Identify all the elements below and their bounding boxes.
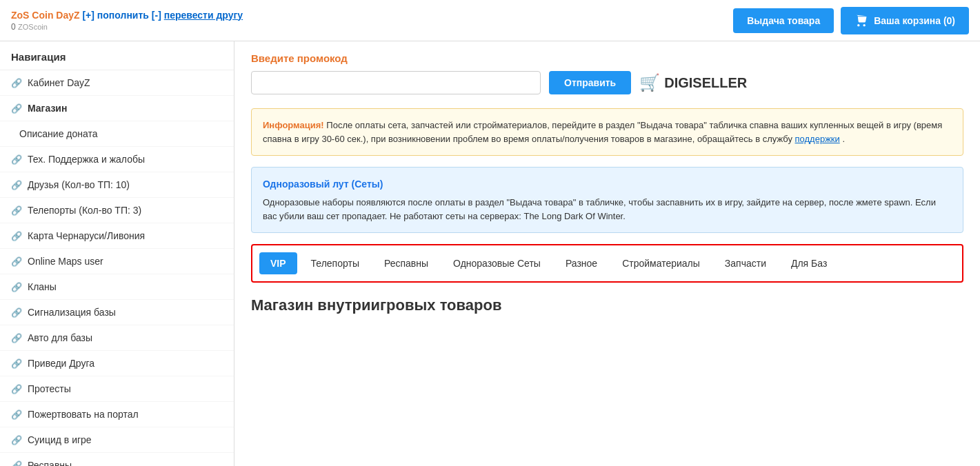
sidebar-item-label: Авто для базы <box>28 332 92 343</box>
sidebar-item-magazin[interactable]: Магазин <box>0 96 234 121</box>
zos-coin-line: ZoS Coin DayZ [+] пополнить [-] перевест… <box>11 10 243 21</box>
plus-label[interactable]: [+] <box>82 10 94 21</box>
sidebar-item-pozhertvovat[interactable]: Пожертвовать на портал <box>0 402 234 427</box>
sidebar-item-map[interactable]: Карта Чернаруси/Ливония <box>0 223 234 249</box>
sidebar-item-opisanie[interactable]: Описание доната <box>0 121 234 147</box>
main-content: Введите промокод Отправить 🛒 DIGISELLER … <box>234 41 980 466</box>
sidebar-item-avto[interactable]: Авто для базы <box>0 325 234 351</box>
sidebar-item-support[interactable]: Тех. Поддержка и жалобы <box>0 147 234 172</box>
sidebar-item-label: Респавны <box>28 460 72 466</box>
tab-vip[interactable]: VIP <box>259 252 297 274</box>
tab-raznoe[interactable]: Разное <box>554 252 608 274</box>
link-icon <box>11 77 22 88</box>
loot-desc: Одноразовые наборы появляются после опла… <box>263 196 952 223</box>
sidebar-item-friends[interactable]: Друзья (Кол-во ТП: 10) <box>0 172 234 198</box>
sidebar-item-privedi[interactable]: Приведи Друга <box>0 351 234 376</box>
minus-label[interactable]: [-] <box>152 10 161 21</box>
top-bar-left: ZoS Coin DayZ [+] пополнить [-] перевест… <box>11 10 243 32</box>
promo-input[interactable] <box>251 71 541 94</box>
link-icon <box>11 179 22 190</box>
info-text: После оплаты сета, запчастей или стройма… <box>263 120 942 144</box>
send-button[interactable]: Отправить <box>549 71 631 94</box>
tab-odnorazovye[interactable]: Одноразовые Сеты <box>442 252 552 274</box>
cart-icon <box>854 14 868 28</box>
sidebar-item-teleports[interactable]: Телепорты (Кол-во ТП: 3) <box>0 198 234 223</box>
link-icon <box>11 205 22 216</box>
sidebar-item-kabinet[interactable]: Кабинет DayZ <box>0 70 234 96</box>
info-box: Информация! После оплаты сета, запчастей… <box>251 108 963 156</box>
link-icon <box>11 154 22 165</box>
promo-section: Введите промокод Отправить 🛒 DIGISELLER <box>251 52 963 94</box>
topup-link[interactable]: пополнить <box>97 10 149 21</box>
digiseller-logo: 🛒 DIGISELLER <box>639 73 747 92</box>
sidebar-item-respavny[interactable]: Респавны <box>0 453 234 466</box>
main-layout: Навигация Кабинет DayZ Магазин Описание … <box>0 41 980 466</box>
digiseller-icon: 🛒 <box>639 73 660 92</box>
promo-label: Введите промокод <box>251 52 963 64</box>
sidebar-item-label: Телепорты (Кол-во ТП: 3) <box>28 205 141 216</box>
sidebar-item-label: Сигнализация базы <box>28 307 116 318</box>
link-icon <box>11 409 22 420</box>
link-icon <box>11 256 22 267</box>
sidebar-item-online-maps[interactable]: Online Maps user <box>0 249 234 274</box>
promo-row: Отправить 🛒 DIGISELLER <box>251 71 963 94</box>
korzina-label: Ваша корзина (0) <box>874 15 955 26</box>
sidebar-item-label: Пожертвовать на портал <box>28 409 139 420</box>
sidebar-item-protesty[interactable]: Протесты <box>0 376 234 402</box>
sidebar-item-signalizaciya[interactable]: Сигнализация базы <box>0 300 234 325</box>
sidebar-item-label: Online Maps user <box>28 256 103 267</box>
info-label: Информация! <box>263 120 324 130</box>
link-icon <box>11 434 22 445</box>
sidebar-item-label: Описание доната <box>19 128 98 139</box>
loot-title: Одноразовый лут (Сеты) <box>263 177 952 192</box>
sidebar-item-klany[interactable]: Кланы <box>0 274 234 300</box>
tab-teleports[interactable]: Телепорты <box>300 252 370 274</box>
sidebar-item-label: Друзья (Кол-во ТП: 10) <box>28 179 130 190</box>
tabs-row: VIP Телепорты Респавны Одноразовые Сеты … <box>259 252 955 274</box>
sidebar-item-label: Тех. Поддержка и жалобы <box>28 154 145 165</box>
link-icon <box>11 460 22 466</box>
balance-line: 0 ZOScoin <box>11 22 243 32</box>
korzina-button[interactable]: Ваша корзина (0) <box>841 7 969 34</box>
sidebar-item-suicid[interactable]: Суицид в игре <box>0 427 234 453</box>
zoscoin-label: ZOScoin <box>18 23 48 31</box>
link-icon <box>11 281 22 292</box>
link-icon <box>11 230 22 241</box>
sidebar-item-label: Суицид в игре <box>28 434 92 445</box>
zos-dayz-label: ZoS Coin DayZ <box>11 10 80 21</box>
link-icon <box>11 332 22 343</box>
info-end: . <box>842 134 845 144</box>
link-icon <box>11 383 22 394</box>
link-icon <box>11 358 22 369</box>
vydacha-button[interactable]: Выдача товара <box>733 8 834 33</box>
support-link[interactable]: поддержки <box>795 134 840 144</box>
tabs-section: VIP Телепорты Респавны Одноразовые Сеты … <box>251 244 963 283</box>
sidebar-title: Навигация <box>0 41 234 70</box>
link-icon <box>11 307 22 318</box>
tab-dlya-baz[interactable]: Для Баз <box>780 252 838 274</box>
sidebar: Навигация Кабинет DayZ Магазин Описание … <box>0 41 234 466</box>
top-bar-right: Выдача товара Ваша корзина (0) <box>733 7 969 34</box>
sidebar-item-label: Магазин <box>28 103 67 114</box>
transfer-link[interactable]: перевести другу <box>164 10 243 21</box>
digiseller-label: DIGISELLER <box>664 75 747 91</box>
tab-zapchasti[interactable]: Запчасти <box>714 252 777 274</box>
sidebar-item-label: Кабинет DayZ <box>28 77 90 88</box>
sidebar-item-label: Приведи Друга <box>28 358 94 369</box>
link-icon <box>11 103 22 114</box>
top-bar: ZoS Coin DayZ [+] пополнить [-] перевест… <box>0 0 980 41</box>
shop-title: Магазин внутриигровых товаров <box>251 296 963 314</box>
balance-value: 0 <box>11 22 16 32</box>
sidebar-item-label: Кланы <box>28 281 57 292</box>
sidebar-item-label: Протесты <box>28 383 71 394</box>
tab-respavny[interactable]: Респавны <box>373 252 439 274</box>
single-loot-box: Одноразовый лут (Сеты) Одноразовые набор… <box>251 167 963 233</box>
tab-stroymaterialy[interactable]: Стройматериалы <box>611 252 711 274</box>
sidebar-item-label: Карта Чернаруси/Ливония <box>28 230 145 241</box>
